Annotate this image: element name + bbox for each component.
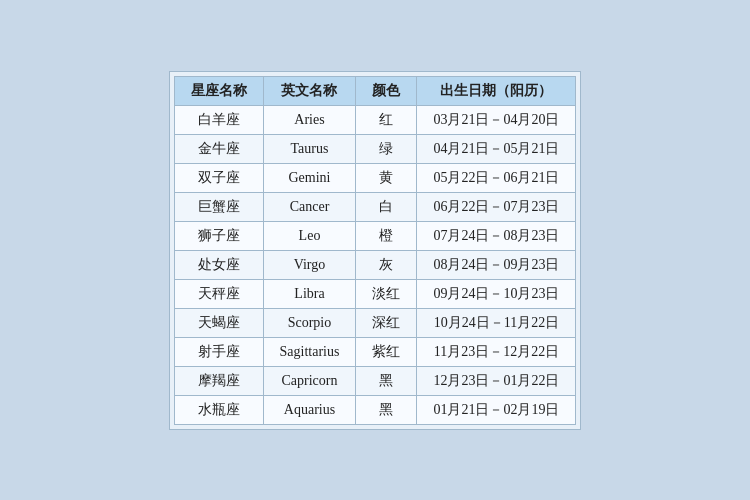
cell-3-2: 白 — [356, 192, 417, 221]
cell-2-0: 双子座 — [174, 163, 263, 192]
cell-7-1: Scorpio — [263, 308, 356, 337]
cell-6-2: 淡红 — [356, 279, 417, 308]
cell-8-2: 紫红 — [356, 337, 417, 366]
cell-5-1: Virgo — [263, 250, 356, 279]
cell-7-2: 深红 — [356, 308, 417, 337]
cell-1-3: 04月21日－05月21日 — [417, 134, 576, 163]
cell-6-0: 天秤座 — [174, 279, 263, 308]
cell-1-0: 金牛座 — [174, 134, 263, 163]
cell-6-3: 09月24日－10月23日 — [417, 279, 576, 308]
cell-1-1: Taurus — [263, 134, 356, 163]
column-header: 英文名称 — [263, 76, 356, 105]
table-row: 射手座Sagittarius紫红11月23日－12月22日 — [174, 337, 576, 366]
cell-5-2: 灰 — [356, 250, 417, 279]
cell-4-3: 07月24日－08月23日 — [417, 221, 576, 250]
cell-10-1: Aquarius — [263, 395, 356, 424]
table-header-row: 星座名称英文名称颜色出生日期（阳历） — [174, 76, 576, 105]
column-header: 颜色 — [356, 76, 417, 105]
table-row: 白羊座Aries红03月21日－04月20日 — [174, 105, 576, 134]
table-row: 金牛座Taurus绿04月21日－05月21日 — [174, 134, 576, 163]
table-row: 水瓶座Aquarius黑01月21日－02月19日 — [174, 395, 576, 424]
cell-7-0: 天蝎座 — [174, 308, 263, 337]
cell-5-0: 处女座 — [174, 250, 263, 279]
cell-9-0: 摩羯座 — [174, 366, 263, 395]
cell-10-3: 01月21日－02月19日 — [417, 395, 576, 424]
cell-2-3: 05月22日－06月21日 — [417, 163, 576, 192]
table-row: 天秤座Libra淡红09月24日－10月23日 — [174, 279, 576, 308]
column-header: 出生日期（阳历） — [417, 76, 576, 105]
cell-0-3: 03月21日－04月20日 — [417, 105, 576, 134]
cell-5-3: 08月24日－09月23日 — [417, 250, 576, 279]
cell-10-2: 黑 — [356, 395, 417, 424]
cell-2-1: Gemini — [263, 163, 356, 192]
cell-0-1: Aries — [263, 105, 356, 134]
zodiac-table: 星座名称英文名称颜色出生日期（阳历） 白羊座Aries红03月21日－04月20… — [174, 76, 577, 425]
table-row: 双子座Gemini黄05月22日－06月21日 — [174, 163, 576, 192]
cell-8-0: 射手座 — [174, 337, 263, 366]
cell-4-2: 橙 — [356, 221, 417, 250]
table-row: 摩羯座Capricorn黑12月23日－01月22日 — [174, 366, 576, 395]
cell-9-3: 12月23日－01月22日 — [417, 366, 576, 395]
cell-0-2: 红 — [356, 105, 417, 134]
cell-8-3: 11月23日－12月22日 — [417, 337, 576, 366]
cell-10-0: 水瓶座 — [174, 395, 263, 424]
cell-1-2: 绿 — [356, 134, 417, 163]
table-row: 天蝎座Scorpio深红10月24日－11月22日 — [174, 308, 576, 337]
cell-0-0: 白羊座 — [174, 105, 263, 134]
cell-4-0: 狮子座 — [174, 221, 263, 250]
cell-2-2: 黄 — [356, 163, 417, 192]
table-row: 狮子座Leo橙07月24日－08月23日 — [174, 221, 576, 250]
cell-9-1: Capricorn — [263, 366, 356, 395]
cell-9-2: 黑 — [356, 366, 417, 395]
cell-4-1: Leo — [263, 221, 356, 250]
cell-7-3: 10月24日－11月22日 — [417, 308, 576, 337]
column-header: 星座名称 — [174, 76, 263, 105]
cell-3-3: 06月22日－07月23日 — [417, 192, 576, 221]
cell-3-1: Cancer — [263, 192, 356, 221]
zodiac-table-wrapper: 星座名称英文名称颜色出生日期（阳历） 白羊座Aries红03月21日－04月20… — [169, 71, 582, 430]
table-row: 巨蟹座Cancer白06月22日－07月23日 — [174, 192, 576, 221]
cell-6-1: Libra — [263, 279, 356, 308]
cell-8-1: Sagittarius — [263, 337, 356, 366]
table-row: 处女座Virgo灰08月24日－09月23日 — [174, 250, 576, 279]
cell-3-0: 巨蟹座 — [174, 192, 263, 221]
